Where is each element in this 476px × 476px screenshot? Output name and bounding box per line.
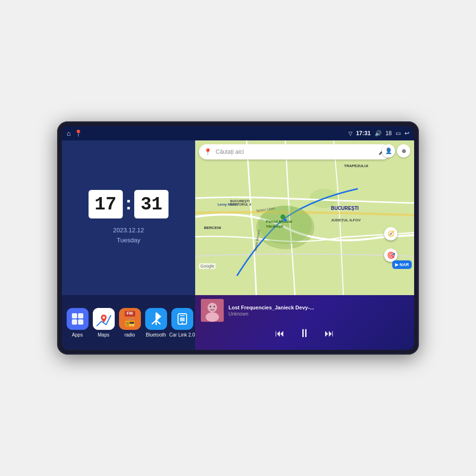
music-title: Lost Frequencies_Janieck Devy-... [228, 305, 408, 310]
carlink-label: Car Link 2.0 [169, 332, 195, 337]
device-screen: ⌂ 📍 ▽ 17:31 🔊 18 ▭ ↩ 17 : [62, 126, 414, 350]
svg-point-19 [280, 214, 285, 219]
svg-line-8 [152, 320, 156, 324]
app-item-bluetooth[interactable]: Bluetooth [143, 308, 169, 337]
map-searchbar[interactable]: 📍 Căutați aici 🎤 [199, 144, 390, 159]
home-icon[interactable]: ⌂ [67, 129, 70, 137]
maps-icon [93, 308, 115, 330]
signal-icon: ▽ [348, 130, 352, 137]
location-button[interactable]: 🎯 [384, 248, 397, 262]
right-section: Parcul Natural Văcărești Leroy Merlin Sp… [195, 140, 414, 350]
svg-point-28 [214, 306, 215, 307]
svg-point-26 [206, 312, 219, 322]
clock-colon: : [126, 193, 132, 214]
apps-bar: Apps Maps [62, 295, 195, 350]
radio-icon: FM 📻 [119, 308, 141, 330]
clock-widget: 17 : 31 2023.12.12 Tuesday [62, 140, 195, 295]
status-left: ⌂ 📍 [67, 129, 82, 137]
google-brand: Google [199, 263, 216, 269]
app-item-carlink[interactable]: Car Link 2.0 [169, 308, 195, 337]
map-background: Parcul Natural Văcărești Leroy Merlin Sp… [195, 140, 414, 295]
music-details: Lost Frequencies_Janieck Devy-... Unknow… [228, 305, 408, 317]
app-item-apps[interactable]: Apps [64, 308, 90, 337]
clock-date: 2023.12.12 Tuesday [113, 226, 144, 246]
apps-label: Apps [72, 332, 83, 337]
svg-text:Leroy Merlin: Leroy Merlin [218, 203, 238, 207]
location-nav-icon[interactable]: 📍 [74, 129, 82, 137]
volume-icon: 🔊 [375, 130, 382, 137]
music-player: Lost Frequencies_Janieck Devy-... Unknow… [195, 295, 414, 350]
clock-minutes: 31 [134, 190, 169, 218]
clock-display: 17 : 31 [89, 190, 169, 218]
volume-level: 18 [386, 130, 392, 137]
map-search-text: Căutați aici [216, 149, 244, 155]
device-frame: ⌂ 📍 ▽ 17:31 🔊 18 ▭ ↩ 17 : [57, 121, 419, 355]
maps-label: Maps [98, 332, 109, 337]
left-panel: 17 : 31 2023.12.12 Tuesday [62, 140, 195, 350]
bluetooth-label: Bluetooth [146, 332, 166, 337]
svg-point-25 [208, 303, 217, 312]
radio-label: radio [124, 332, 135, 337]
svg-text:Parcul Natural: Parcul Natural [266, 219, 292, 224]
prev-button[interactable]: ⏮ [275, 328, 285, 339]
status-right: ▽ 17:31 🔊 18 ▭ ↩ [348, 130, 409, 137]
svg-point-6 [102, 316, 105, 318]
carlink-icon [171, 308, 193, 330]
status-bar: ⌂ 📍 ▽ 17:31 🔊 18 ▭ ↩ [62, 126, 414, 140]
main-content: 17 : 31 2023.12.12 Tuesday [62, 140, 414, 350]
svg-rect-1 [78, 313, 83, 318]
battery-icon: ▭ [396, 130, 401, 137]
music-info: Lost Frequencies_Janieck Devy-... Unknow… [201, 299, 408, 322]
svg-rect-2 [72, 319, 77, 325]
north-indicator: ↑ [386, 145, 389, 154]
maps-pin-icon: 📍 [204, 148, 212, 156]
back-button[interactable]: ↩ [405, 130, 409, 137]
play-pause-button[interactable]: ⏸ [299, 327, 310, 340]
svg-point-27 [210, 306, 211, 307]
navigate-button[interactable]: ▶ NAR [392, 260, 412, 269]
app-item-radio[interactable]: FM 📻 radio [117, 308, 143, 337]
time-display: 17:31 [356, 130, 371, 137]
compass-button[interactable]: 🧭 [384, 227, 397, 240]
svg-rect-0 [72, 313, 77, 318]
album-art [201, 299, 224, 322]
next-button[interactable]: ⏭ [325, 328, 334, 339]
svg-rect-11 [180, 317, 185, 321]
apps-icon [67, 308, 89, 330]
layers-btn[interactable]: ⊕ [397, 144, 410, 158]
music-artist: Unknown [228, 311, 408, 317]
app-item-maps[interactable]: Maps [90, 308, 117, 337]
svg-rect-3 [78, 319, 83, 325]
bluetooth-icon [145, 308, 167, 330]
map-area[interactable]: Parcul Natural Văcărești Leroy Merlin Sp… [195, 140, 414, 295]
map-roads-svg: Parcul Natural Văcărești Leroy Merlin Sp… [195, 140, 414, 295]
svg-point-21 [284, 219, 287, 222]
svg-point-12 [181, 322, 183, 324]
music-controls: ⏮ ⏸ ⏭ [201, 327, 408, 340]
svg-text:Văcărești: Văcărești [266, 224, 283, 228]
clock-hours: 17 [89, 190, 123, 218]
